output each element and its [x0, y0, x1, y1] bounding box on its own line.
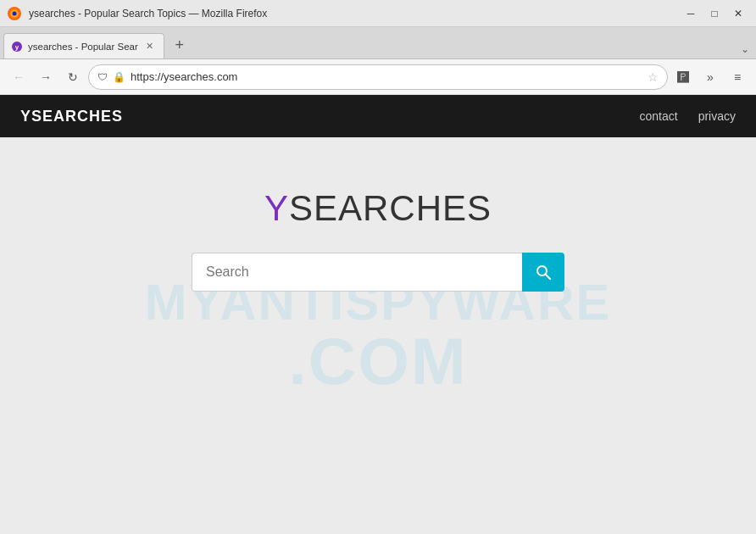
active-tab[interactable]: y ysearches - Popular Sear ✕: [3, 33, 164, 58]
website-container: YSEARCHES contact privacy MYANTISPYWARE …: [0, 95, 756, 534]
site-logo: YSEARCHES: [20, 108, 123, 125]
tab-overflow-button[interactable]: ⌄: [741, 43, 749, 55]
shield-icon: 🛡: [97, 71, 108, 83]
title-bar: ysearches - Popular Search Topics — Mozi…: [0, 0, 756, 27]
tab-label: ysearches - Popular Sear: [28, 42, 138, 52]
search-bar: [192, 253, 564, 292]
search-area: YSEARCHES: [192, 188, 564, 292]
minimize-button[interactable]: ─: [680, 4, 702, 23]
search-icon: [535, 264, 552, 281]
site-navigation: contact privacy: [640, 109, 737, 123]
search-button[interactable]: [522, 253, 564, 292]
main-title: YSEARCHES: [264, 188, 492, 229]
tab-bar: y ysearches - Popular Sear ✕ + ⌄: [0, 27, 756, 59]
title-rest: SEARCHES: [289, 188, 492, 228]
svg-text:y: y: [15, 43, 19, 51]
title-bar-controls: ─ □ ✕: [680, 4, 749, 23]
browser-window: ysearches - Popular Search Topics — Mozi…: [0, 0, 756, 534]
svg-line-6: [546, 275, 551, 280]
tab-favicon: y: [11, 41, 23, 53]
forward-button[interactable]: →: [34, 65, 58, 89]
window-title: ysearches - Popular Search Topics — Mozi…: [29, 8, 267, 19]
svg-point-2: [13, 11, 17, 15]
privacy-link[interactable]: privacy: [698, 109, 736, 123]
tab-close-button[interactable]: ✕: [143, 40, 157, 53]
new-tab-button[interactable]: +: [168, 33, 192, 57]
title-bar-left: ysearches - Popular Search Topics — Mozi…: [7, 6, 267, 21]
search-input[interactable]: [192, 253, 522, 292]
maximize-button[interactable]: □: [703, 4, 725, 23]
menu-button[interactable]: ≡: [725, 65, 749, 89]
navigation-bar: ← → ↻ 🛡 🔒 ☆ 🅿 » ≡: [0, 59, 756, 95]
close-button[interactable]: ✕: [727, 4, 749, 23]
contact-link[interactable]: contact: [640, 109, 678, 123]
site-header: YSEARCHES contact privacy: [0, 95, 756, 137]
firefox-icon: [7, 6, 22, 21]
back-button[interactable]: ←: [7, 65, 31, 89]
title-y-letter: Y: [264, 188, 289, 228]
url-input[interactable]: [131, 70, 642, 83]
watermark-line2: .COM: [288, 328, 468, 394]
extensions-button[interactable]: »: [698, 65, 722, 89]
nav-right-controls: 🅿 » ≡: [671, 65, 749, 89]
bookmark-star-icon[interactable]: ☆: [648, 70, 659, 84]
lock-icon: 🔒: [113, 71, 125, 83]
site-content: MYANTISPYWARE .COM YSEARCHES: [0, 137, 756, 534]
address-bar[interactable]: 🛡 🔒 ☆: [88, 64, 668, 90]
pocket-button[interactable]: 🅿: [671, 65, 695, 89]
reload-button[interactable]: ↻: [61, 65, 85, 89]
